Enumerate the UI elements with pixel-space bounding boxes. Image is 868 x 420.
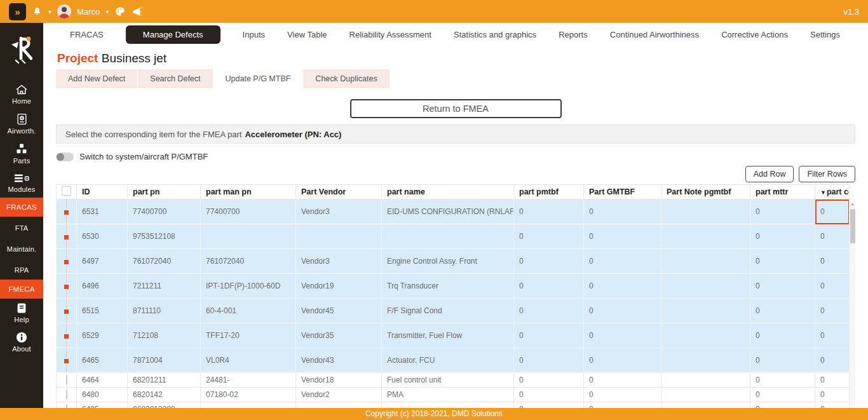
cell-part_pmtbf[interactable]: 0: [514, 373, 584, 388]
cell-part_mttr[interactable]: 0: [750, 323, 815, 348]
row-checkbox[interactable]: [66, 390, 67, 400]
tab-statistics-and-graphics[interactable]: Statistics and graphics: [454, 30, 536, 39]
tab-manage-defects[interactable]: Manage Defects: [126, 25, 220, 44]
row-checkbox-cell[interactable]: [57, 299, 77, 323]
sidebar-item-rpa[interactable]: RPA: [0, 259, 43, 280]
row-checkbox-cell[interactable]: [57, 323, 77, 348]
row-checkbox[interactable]: [57, 274, 76, 299]
column-header-id[interactable]: ID: [77, 185, 128, 200]
cell-part_mttr[interactable]: 0: [750, 274, 815, 299]
cell-part_vendor[interactable]: Vendor2: [296, 388, 382, 402]
cell-part_co[interactable]: 0: [815, 388, 850, 402]
row-checkbox[interactable]: [57, 224, 76, 249]
column-header-part_mttr[interactable]: part mttr: [750, 185, 815, 200]
table-scrollbar[interactable]: ▲: [849, 200, 855, 420]
column-header-part_co[interactable]: ▼part co: [815, 185, 850, 200]
cell-part_pmtbf[interactable]: 0: [514, 274, 584, 299]
cell-part_gmtbf[interactable]: 0: [584, 373, 661, 388]
cell-part_pmtbf[interactable]: 0: [514, 348, 584, 373]
cell-part_mttr[interactable]: 0: [750, 388, 815, 402]
sidebar-collapse-button[interactable]: »: [9, 3, 26, 20]
select-all-checkbox[interactable]: [62, 186, 71, 196]
cell-part_pn[interactable]: 761072040: [128, 249, 201, 274]
user-caret-icon[interactable]: ▾: [105, 8, 109, 15]
cell-part_gmtbf[interactable]: 0: [584, 249, 661, 274]
subtab-add-new-defect[interactable]: Add New Defect: [56, 69, 138, 88]
cell-part_pn[interactable]: 8711110: [128, 299, 201, 323]
sidebar-item-fracas[interactable]: FRACAS: [0, 198, 43, 217]
cell-part_vendor[interactable]: Vendor35: [296, 323, 382, 348]
cell-part_note_pgmtbf[interactable]: [661, 249, 750, 274]
tab-view-table[interactable]: View Table: [287, 30, 327, 39]
cell-part_note_pgmtbf[interactable]: [661, 299, 750, 323]
sidebar-item-fmeca[interactable]: FMECA: [0, 280, 43, 299]
cell-part_vendor[interactable]: Vendor3: [296, 249, 382, 274]
cell-part_name[interactable]: Transmitter, Fuel Flow: [382, 323, 514, 348]
row-checkbox-cell[interactable]: [57, 373, 77, 388]
cell-part_name[interactable]: F/F Signal Cond: [382, 299, 514, 323]
cell-id[interactable]: 6497: [77, 249, 128, 274]
column-header-part_man_pn[interactable]: part man pn: [201, 185, 296, 200]
cell-part_man_pn[interactable]: 60-4-001: [201, 299, 296, 323]
tab-corrective-actions[interactable]: Corrective Actions: [721, 30, 788, 39]
cell-part_gmtbf[interactable]: 0: [584, 323, 661, 348]
cell-id[interactable]: 6480: [77, 388, 128, 402]
cell-part_co[interactable]: 0: [815, 348, 850, 373]
add-row-button[interactable]: Add Row: [745, 166, 794, 182]
cell-part_vendor[interactable]: Vendor19: [296, 274, 382, 299]
row-checkbox[interactable]: [57, 200, 76, 224]
cell-part_pn[interactable]: 9753512108: [128, 224, 201, 249]
cell-part_man_pn[interactable]: TFF17-20: [201, 323, 296, 348]
cell-part_vendor[interactable]: Vendor43: [296, 348, 382, 373]
tab-reports[interactable]: Reports: [559, 30, 588, 39]
cell-part_pn[interactable]: 77400700: [128, 200, 201, 224]
cell-part_mttr[interactable]: 0: [750, 348, 815, 373]
sidebar-item-parts[interactable]: Parts: [0, 139, 43, 169]
palette-icon[interactable]: [114, 6, 126, 17]
tab-fracas[interactable]: FRACAS: [70, 30, 104, 39]
column-header-part_note_pgmtbf[interactable]: Part Note pgmtbf: [661, 185, 750, 200]
cell-part_pmtbf[interactable]: 0: [514, 299, 584, 323]
cell-part_pmtbf[interactable]: 0: [514, 323, 584, 348]
cell-part_pmtbf[interactable]: 0: [514, 249, 584, 274]
cell-part_note_pgmtbf[interactable]: [661, 224, 750, 249]
cell-part_man_pn[interactable]: [201, 224, 296, 249]
column-header-part_name[interactable]: part name: [382, 185, 514, 200]
tab-reliability-assessment[interactable]: Reliability Assessment: [349, 30, 431, 39]
cell-part_mttr[interactable]: 0: [750, 249, 815, 274]
cell-part_vendor[interactable]: Vendor3: [296, 200, 382, 224]
cell-id[interactable]: 6465: [77, 348, 128, 373]
scrollbar-thumb[interactable]: [850, 209, 855, 243]
app-logo-icon[interactable]: [7, 32, 36, 64]
subtab-search-defect[interactable]: Search Defect: [138, 69, 213, 88]
cell-id[interactable]: 6530: [77, 224, 128, 249]
sidebar-item-help[interactable]: Help: [0, 299, 43, 328]
cell-part_co[interactable]: 0: [815, 299, 850, 323]
scrollbar-up-icon[interactable]: ▲: [850, 200, 855, 208]
return-to-fmea-button[interactable]: Return to FMEA: [350, 99, 562, 118]
cell-part_man_pn[interactable]: 24481-: [201, 373, 296, 388]
column-header-checkbox[interactable]: [57, 185, 77, 200]
row-checkbox-cell[interactable]: [57, 249, 77, 274]
row-checkbox[interactable]: [57, 249, 76, 274]
cell-part_man_pn[interactable]: 761072040: [201, 249, 296, 274]
cell-part_name[interactable]: EID-UMS CONFIGURATION (RNLAF): [382, 200, 514, 224]
row-checkbox-cell[interactable]: [57, 200, 77, 224]
cell-part_gmtbf[interactable]: 0: [584, 299, 661, 323]
system-aircraft-toggle[interactable]: [56, 152, 74, 161]
cell-part_pn[interactable]: 7211211: [128, 274, 201, 299]
cell-id[interactable]: 6496: [77, 274, 128, 299]
sidebar-item-fta[interactable]: FTA: [0, 217, 43, 238]
cell-part_mttr[interactable]: 0: [750, 373, 815, 388]
cell-part_pmtbf[interactable]: 0: [514, 200, 584, 224]
cell-part_note_pgmtbf[interactable]: [661, 323, 750, 348]
sidebar-item-maintain[interactable]: Maintain.: [0, 238, 43, 259]
sidebar-item-about[interactable]: About: [0, 328, 43, 357]
cell-part_note_pgmtbf[interactable]: [661, 388, 750, 402]
megaphone-icon[interactable]: [132, 6, 144, 17]
cell-part_co[interactable]: 0: [815, 274, 850, 299]
cell-part_co[interactable]: 0: [815, 224, 850, 249]
row-checkbox[interactable]: [57, 299, 76, 323]
cell-part_name[interactable]: Engine Control Assy. Front: [382, 249, 514, 274]
cell-part_man_pn[interactable]: 07180-02: [201, 388, 296, 402]
